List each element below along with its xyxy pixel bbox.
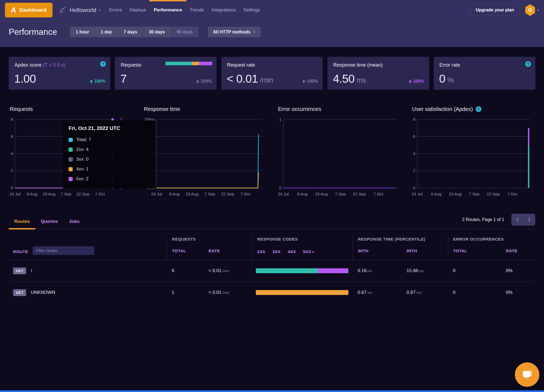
nav-item-integrations[interactable]: Integrations xyxy=(208,0,239,20)
chart-canvas[interactable]: 1024 Jul8 Aug23 Aug7 Sep22 Sep7 Oct xyxy=(277,116,401,200)
help-icon[interactable]: ? xyxy=(476,106,481,112)
help-icon[interactable]: ? xyxy=(100,61,106,67)
tab-queries[interactable]: Queries xyxy=(35,216,63,229)
svg-text:1: 1 xyxy=(279,117,281,122)
app-name: Helloworld xyxy=(70,7,96,13)
time-range-1-hour[interactable]: 1 hour xyxy=(70,27,95,37)
user-menu[interactable]: G ▾ xyxy=(525,4,539,16)
next-page-button[interactable] xyxy=(523,214,535,226)
card-value: 7 xyxy=(120,72,127,85)
main-nav: Errors Deploys Performance Trends Integr… xyxy=(105,0,264,20)
top-navigation: A Dashboard Helloworld ▾ Errors Deploys … xyxy=(0,0,544,20)
metric-card-request-rate: Request rate < 0.01/min 100% xyxy=(221,57,323,90)
chart-title: User satisfaction (Apdex) ? xyxy=(412,106,535,112)
filter-routes-input[interactable] xyxy=(33,246,94,255)
ms-unit: ms xyxy=(367,291,372,295)
column-3xx[interactable]: 3XX xyxy=(272,249,281,254)
table-row-root[interactable]: GET / 6 < 0.01/min 0.16ms 15.66ms 0 0% xyxy=(9,260,535,282)
time-range-90-days[interactable]: 90 days xyxy=(171,27,198,37)
chart-response-time: Response time 20ms15ms10ms5ms0ms24 Jul8 … xyxy=(143,106,267,200)
route-path[interactable]: / xyxy=(31,268,32,273)
column-requests-total[interactable]: TOTAL xyxy=(167,248,205,260)
chevron-down-icon: ▾ xyxy=(253,30,255,34)
error-total-value: 0 xyxy=(448,268,498,273)
chat-launcher-button[interactable] xyxy=(515,362,539,387)
svg-text:23 Aug: 23 Aug xyxy=(43,192,56,196)
card-title: Apdex score (T = 0.5 s) xyxy=(14,62,65,68)
time-range-1-day[interactable]: 1 day xyxy=(95,27,118,37)
previous-page-button[interactable] xyxy=(511,214,523,226)
chart-canvas[interactable]: 20ms15ms10ms5ms0ms24 Jul8 Aug23 Aug7 Sep… xyxy=(143,116,267,200)
p50-value: 0.67ms xyxy=(353,290,401,295)
column-p95[interactable]: 95TH xyxy=(401,248,448,260)
tooltip-rows: Total: 72xx: 43xx: 04xx: 15xx: 2 xyxy=(69,135,149,184)
error-occurrences-line-chart[interactable]: 1024 Jul8 Aug23 Aug7 Sep22 Sep7 Oct xyxy=(277,116,401,200)
routes-section: Routes Queries Jobs 2 Routes, Page 1 of … xyxy=(9,214,535,303)
column-4xx[interactable]: 4XX xyxy=(288,249,296,254)
rate-unit: /min xyxy=(222,269,229,273)
chart-canvas[interactable]: 8642024 Jul8 Aug23 Aug7 Sep22 Sep7 Oct21… xyxy=(9,116,133,200)
column-response-codes: 2XX 3XX 4XX 5XX▾ xyxy=(252,248,353,260)
svg-text:24 Jul: 24 Jul xyxy=(10,192,20,196)
bottom-accent-bar xyxy=(0,390,544,392)
nav-item-settings[interactable]: Settings xyxy=(239,0,264,20)
route-cell[interactable]: GET UNKNOWN xyxy=(9,289,167,296)
response-codes-bar xyxy=(256,290,348,295)
column-group-requests: REQUESTS xyxy=(167,237,252,248)
nav-item-errors[interactable]: Errors xyxy=(105,0,125,20)
response-time-line-chart[interactable]: 20ms15ms10ms5ms0ms24 Jul8 Aug23 Aug7 Sep… xyxy=(143,116,267,200)
svg-text:7 Sep: 7 Sep xyxy=(204,192,215,196)
card-value: 4.50ms xyxy=(333,72,366,85)
nav-item-deploys[interactable]: Deploys xyxy=(126,0,150,20)
column-p50[interactable]: 50TH xyxy=(353,248,401,260)
dashboard-button[interactable]: A Dashboard xyxy=(5,3,53,17)
tab-jobs[interactable]: Jobs xyxy=(63,216,85,229)
svg-text:6: 6 xyxy=(11,134,13,139)
http-method-filter[interactable]: All HTTP methods ▾ xyxy=(208,27,261,37)
nav-item-trends[interactable]: Trends xyxy=(186,0,208,20)
column-5xx-sort[interactable]: 5XX▾ xyxy=(303,249,314,254)
time-range-selector: 1 hour 1 day 7 days 30 days 90 days xyxy=(70,27,198,37)
svg-text:4: 4 xyxy=(413,151,415,156)
help-icon[interactable]: ? xyxy=(525,61,531,67)
chart-user-satisfaction: User satisfaction (Apdex) ? 8642024 Jul8… xyxy=(411,106,535,200)
column-2xx[interactable]: 2XX xyxy=(257,249,265,254)
time-range-30-days[interactable]: 30 days xyxy=(143,27,171,37)
route-cell[interactable]: GET / xyxy=(9,267,167,274)
table-row-unknown[interactable]: GET UNKNOWN 1 < 0.01/min 0.67ms 0.67ms 0… xyxy=(9,282,535,303)
arrow-up-icon xyxy=(196,80,199,83)
metric-card-apdex: Apdex score (T = 0.5 s) ? 1.00 100% xyxy=(9,57,110,90)
dashboard-button-label: Dashboard xyxy=(20,7,47,13)
apdex-bar-chart[interactable]: 8642024 Jul8 Aug23 Aug7 Sep22 Sep7 Oct xyxy=(411,116,535,200)
ms-unit: ms xyxy=(367,269,372,273)
column-error-total[interactable]: TOTAL xyxy=(448,248,498,260)
ms-unit: ms xyxy=(419,269,424,273)
time-range-7-days[interactable]: 7 days xyxy=(118,27,143,37)
value-unit: % xyxy=(447,76,454,84)
svg-text:7 Oct: 7 Oct xyxy=(95,192,105,196)
arrow-up-icon xyxy=(90,80,93,83)
upgrade-plan-button[interactable]: Upgrade your plan xyxy=(470,4,520,16)
pagination-status: 2 Routes, Page 1 of 1 xyxy=(462,217,504,222)
chart-canvas[interactable]: 8642024 Jul8 Aug23 Aug7 Sep22 Sep7 Oct xyxy=(411,116,535,200)
arrow-up-icon xyxy=(408,80,412,83)
column-requests-rate[interactable]: RATE xyxy=(205,248,252,260)
svg-text:22 Sep: 22 Sep xyxy=(487,192,500,196)
svg-text:8 Aug: 8 Aug xyxy=(297,192,307,196)
tooltip-date: Fri, Oct 21, 2022 UTC xyxy=(69,125,149,131)
nav-item-performance[interactable]: Performance xyxy=(150,0,186,20)
column-error-rate[interactable]: RATE xyxy=(498,248,535,260)
svg-text:2: 2 xyxy=(413,168,415,173)
sort-caret-icon: ▾ xyxy=(312,250,314,254)
route-path[interactable]: UNKNOWN xyxy=(31,290,55,295)
tab-routes[interactable]: Routes xyxy=(9,216,35,229)
phoenix-feather-icon xyxy=(59,7,66,14)
app-selector[interactable]: Helloworld ▾ xyxy=(70,7,101,13)
svg-text:22 Sep: 22 Sep xyxy=(353,192,366,196)
column-group-response-codes: RESPONSE CODES xyxy=(252,237,353,248)
response-codes-cell xyxy=(252,290,353,295)
response-codes-bar xyxy=(256,268,348,273)
p50-value: 0.16ms xyxy=(353,268,401,273)
topbar-right: Upgrade your plan G ▾ xyxy=(470,4,539,16)
top-band: A Dashboard Helloworld ▾ Errors Deploys … xyxy=(0,0,544,47)
